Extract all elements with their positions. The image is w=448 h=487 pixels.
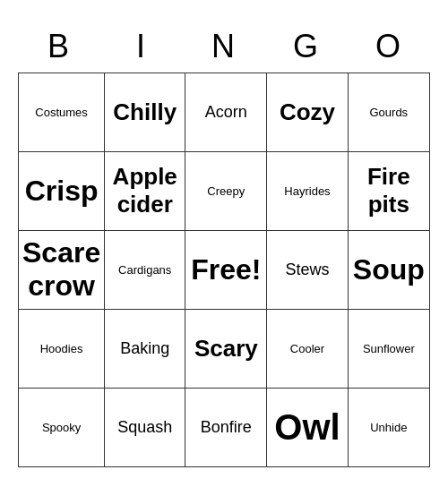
bingo-cell: Cooler (267, 309, 348, 388)
cell-text: Cozy (280, 98, 335, 125)
cell-text: Owl (274, 407, 340, 447)
bingo-cell: Creepy (185, 151, 267, 230)
cell-text: Cardigans (118, 263, 171, 277)
bingo-cell: Scary (185, 309, 267, 388)
table-row: HoodiesBakingScaryCoolerSunflower (19, 309, 430, 388)
cell-text: Crisp (25, 175, 99, 207)
bingo-cell: Costumes (19, 73, 105, 151)
bingo-cell: Applecider (105, 151, 185, 230)
cell-text: Sunflower (363, 342, 415, 355)
cell-text: Soup (353, 253, 425, 286)
cell-text: Bonfire (201, 418, 252, 436)
bingo-cell: Soup (348, 230, 429, 309)
bingo-cell: Sunflower (348, 309, 429, 388)
bingo-cell: Gourds (348, 73, 429, 151)
cell-text: Free! (191, 253, 261, 286)
bingo-cell: Bonfire (185, 388, 267, 466)
cell-text: Stews (285, 261, 329, 278)
bingo-cell: Owl (267, 388, 348, 466)
cell-text: Spooky (42, 421, 81, 434)
cell-text: Cooler (290, 342, 324, 355)
cell-text: Acorn (205, 103, 247, 121)
bingo-cell: Crisp (19, 151, 105, 230)
table-row: CostumesChillyAcornCozyGourds (19, 73, 430, 151)
cell-text: Unhide (370, 421, 407, 434)
cell-text: Gourds (369, 106, 408, 119)
bingo-cell: Unhide (348, 388, 429, 466)
table-row: ScarecrowCardigansFree!StewsSoup (19, 230, 430, 309)
bingo-cell: Stews (267, 230, 348, 309)
bingo-grid: CostumesChillyAcornCozyGourdsCrispApplec… (18, 73, 430, 467)
bingo-header: BINGO (18, 21, 430, 73)
cell-text: Costumes (35, 106, 88, 119)
header-letter: G (265, 21, 348, 73)
bingo-cell: Baking (105, 309, 185, 388)
cell-text: Hayrides (284, 184, 330, 198)
bingo-cell: Chilly (105, 73, 185, 151)
cell-text: Baking (120, 339, 169, 357)
bingo-cell: Squash (105, 388, 185, 466)
header-letter: I (100, 21, 183, 73)
cell-text: Chilly (113, 98, 177, 125)
table-row: SpookySquashBonfireOwlUnhide (19, 388, 430, 466)
cell-text: Squash (117, 418, 172, 436)
cell-text: Hoodies (40, 342, 83, 355)
bingo-cell: Acorn (185, 73, 267, 151)
cell-text: Creepy (207, 184, 245, 198)
bingo-cell: Hoodies (19, 309, 105, 388)
bingo-cell: Cozy (267, 73, 348, 151)
cell-text: Scarecrow (22, 236, 100, 302)
bingo-cell: Hayrides (267, 151, 348, 230)
bingo-cell: Firepits (348, 151, 429, 230)
bingo-cell: Spooky (19, 388, 105, 466)
header-letter: B (18, 21, 100, 73)
cell-text: Firepits (367, 163, 410, 218)
cell-text: Scary (194, 335, 258, 362)
header-letter: N (183, 21, 265, 73)
bingo-cell: Cardigans (105, 230, 185, 309)
table-row: CrispAppleciderCreepyHayridesFirepits (19, 151, 430, 230)
header-letter: O (348, 21, 430, 73)
cell-text: Applecider (113, 163, 177, 218)
bingo-cell: Free! (185, 230, 267, 309)
bingo-cell: Scarecrow (19, 230, 105, 309)
